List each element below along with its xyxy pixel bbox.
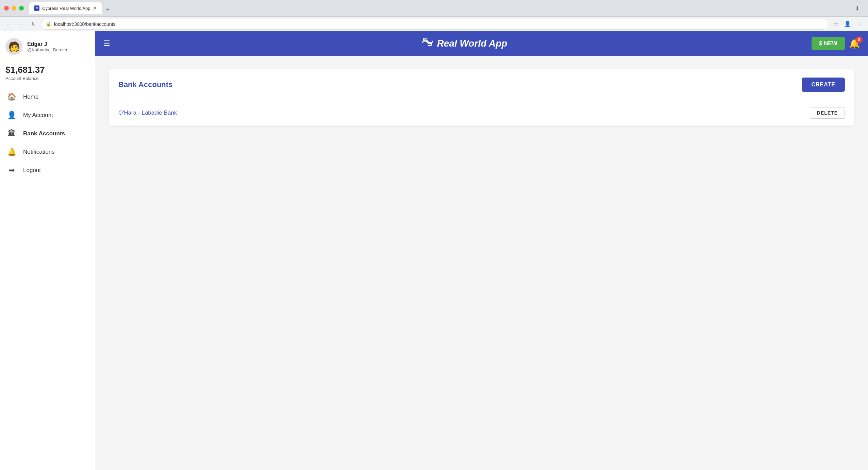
tab-close-icon[interactable]: ✕ [93,6,97,11]
browser-menu-icon[interactable]: ⬇ [855,5,859,12]
sidebar-item-my-account[interactable]: 👤 My Account [0,106,95,124]
sidebar-item-notifications[interactable]: 🔔 Notifications [0,143,95,161]
main-content: ☰ Real World App $ NEW 🔔 8 [95,31,868,470]
profile-icon[interactable]: 👤 [843,19,852,29]
notification-badge: 8 [856,36,863,43]
bank-account-name[interactable]: O'Hara - Labadie Bank [118,110,177,116]
logo-text: Real World App [437,38,507,49]
page-title: Bank Accounts [118,80,172,89]
bookmark-icon[interactable]: ☆ [831,19,841,29]
notification-button[interactable]: 🔔 8 [849,38,860,49]
maximize-button[interactable] [19,6,24,11]
user-name: Edgar J [27,41,67,47]
sidebar-user: 🧑 Edgar J @Katharina_Bernier [0,31,95,61]
bank-account-item: O'Hara - Labadie Bank DELETE [109,100,854,126]
person-icon: 👤 [7,111,16,120]
topbar-actions: $ NEW 🔔 8 [812,37,860,50]
reload-button[interactable]: ↻ [29,19,38,29]
bank-icon: 🏛 [7,129,16,138]
tab-title: Cypress Real World App [42,6,90,11]
app-container: 🧑 Edgar J @Katharina_Bernier $1,681.37 A… [0,31,868,470]
back-button[interactable]: ← [4,19,14,29]
extensions-icon[interactable]: ⋮ [854,19,864,29]
sidebar-item-home[interactable]: 🏠 Home [0,88,95,106]
sidebar-item-logout[interactable]: ➡ Logout [0,161,95,180]
avatar: 🧑 [5,38,22,55]
lock-icon: 🔒 [46,21,51,27]
sidebar-item-bank-accounts-label: Bank Accounts [23,130,65,137]
bank-accounts-card: Bank Accounts CREATE O'Hara - Labadie Ba… [109,69,854,126]
tab-favicon: C [34,5,39,11]
sidebar: 🧑 Edgar J @Katharina_Bernier $1,681.37 A… [0,31,95,470]
minimize-button[interactable] [12,6,16,11]
browser-titlebar: C Cypress Real World App ✕ + ⬇ [0,0,868,16]
balance-label: Account Balance [5,76,89,81]
logo-icon [421,38,434,50]
logout-icon: ➡ [7,166,16,175]
user-info: Edgar J @Katharina_Bernier [27,41,67,52]
browser-toolbar: ← → ↻ 🔒 localhost:3000/bankaccounts ☆ 👤 … [0,16,868,31]
sidebar-balance: $1,681.37 Account Balance [0,61,95,88]
user-handle: @Katharina_Bernier [27,47,67,52]
card-header: Bank Accounts CREATE [109,69,854,100]
active-tab[interactable]: C Cypress Real World App ✕ [29,2,102,14]
new-transaction-button[interactable]: $ NEW [812,37,845,50]
topbar: ☰ Real World App $ NEW 🔔 8 [95,31,868,56]
sidebar-item-notifications-label: Notifications [23,149,55,155]
browser-tabs: C Cypress Real World App ✕ + [29,2,850,14]
sidebar-nav: 🏠 Home 👤 My Account 🏛 Bank Accounts 🔔 No… [0,88,95,470]
forward-button[interactable]: → [16,19,26,29]
traffic-lights [4,6,24,11]
home-icon: 🏠 [7,93,16,101]
new-tab-button[interactable]: + [103,5,113,14]
sidebar-item-bank-accounts[interactable]: 🏛 Bank Accounts [0,124,95,143]
toolbar-actions: ☆ 👤 ⋮ [831,19,864,29]
sidebar-item-logout-label: Logout [23,167,41,174]
menu-button[interactable]: ☰ [103,39,110,48]
browser-chrome: C Cypress Real World App ✕ + ⬇ ← → ↻ 🔒 l… [0,0,868,31]
create-button[interactable]: CREATE [802,78,845,92]
delete-button[interactable]: DELETE [810,107,845,119]
close-button[interactable] [4,6,9,11]
bell-icon: 🔔 [7,148,16,156]
topbar-logo: Real World App [117,38,812,50]
sidebar-item-home-label: Home [23,94,38,100]
sidebar-item-my-account-label: My Account [23,112,53,119]
address-bar[interactable]: 🔒 localhost:3000/bankaccounts [41,19,829,30]
content-body: Bank Accounts CREATE O'Hara - Labadie Ba… [95,56,868,470]
balance-amount: $1,681.37 [5,65,89,75]
url-text: localhost:3000/bankaccounts [54,21,823,27]
